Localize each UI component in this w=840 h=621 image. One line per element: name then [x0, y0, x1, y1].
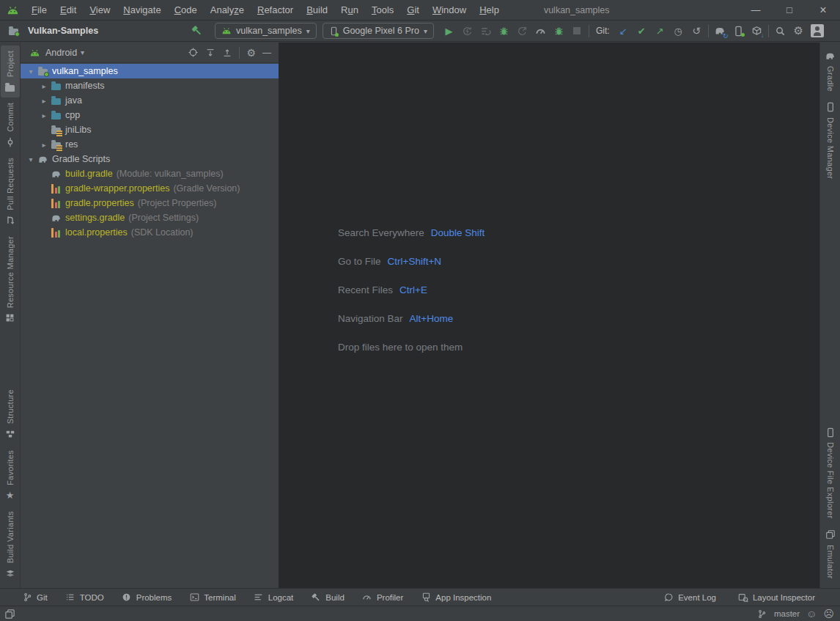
chevron-collapsed-icon[interactable]: ▸ — [38, 97, 50, 105]
tool-window-event-log[interactable]: Event Log — [663, 592, 716, 603]
maximize-button[interactable]: □ — [773, 0, 806, 21]
build-variants-icon — [4, 567, 15, 578]
tool-window-todo[interactable]: TODO — [65, 592, 104, 603]
sidebar-item-pull-requests[interactable]: Pull Requests — [1, 153, 20, 231]
tree-item-gradle-scripts[interactable]: ▾ Gradle Scripts — [21, 152, 279, 166]
build-hammer-icon — [311, 592, 321, 603]
profile-app-icon[interactable] — [516, 25, 528, 37]
tree-item-settings-gradle[interactable]: settings.gradle (Project Settings) — [21, 210, 279, 225]
android-head-icon — [29, 49, 40, 56]
tool-window-problems[interactable]: Problems — [122, 592, 172, 603]
tool-window-build[interactable]: Build — [311, 592, 345, 603]
attach-debugger-icon[interactable] — [553, 25, 565, 37]
editor-area[interactable]: Search EverywhereDouble Shift Go to File… — [279, 43, 819, 588]
menu-help[interactable]: Help — [473, 4, 506, 15]
chevron-collapsed-icon[interactable]: ▸ — [38, 82, 50, 90]
menu-file[interactable]: File — [25, 4, 54, 15]
tool-window-terminal[interactable]: Terminal — [189, 592, 235, 603]
project-view-selector[interactable]: Android — [45, 48, 77, 58]
tool-window-layout-inspector[interactable]: Layout Inspector — [738, 592, 815, 603]
rollback-icon[interactable]: ↺ — [690, 25, 703, 37]
git-branch-name[interactable]: master — [774, 609, 800, 618]
tree-item-local-properties[interactable]: local.properties (SDK Location) — [21, 225, 279, 240]
menu-edit[interactable]: Edit — [54, 4, 83, 15]
feedback-smiley-icon[interactable]: ☺ — [806, 609, 817, 619]
apply-changes-icon[interactable] — [461, 25, 474, 37]
chevron-down-icon: ▾ — [424, 27, 427, 35]
device-manager-icon[interactable] — [732, 25, 745, 37]
git-commit-icon[interactable]: ✔ — [635, 25, 648, 37]
tool-window-app-inspection[interactable]: App Inspection — [421, 592, 491, 603]
gradle-sync-icon[interactable]: ↻ — [714, 25, 726, 37]
android-head-icon — [221, 27, 232, 34]
sidebar-item-device-file-explorer[interactable]: Device File Explorer — [821, 422, 840, 523]
run-configuration-select[interactable]: vulkan_samples ▾ — [215, 23, 317, 39]
chevron-down-icon: ▾ — [306, 27, 310, 35]
chevron-collapsed-icon[interactable]: ▸ — [38, 141, 50, 149]
tree-item-gradle-properties[interactable]: gradle.properties (Project Properties) — [21, 196, 279, 210]
expand-all-icon[interactable] — [205, 48, 215, 58]
sidebar-item-structure[interactable]: Structure — [1, 384, 20, 444]
chevron-down-icon[interactable]: ▾ — [81, 48, 84, 56]
hide-panel-icon[interactable]: — — [262, 48, 271, 58]
tree-item-vulkan-samples[interactable]: ▾ vulkan_samples — [21, 64, 279, 78]
menu-analyze[interactable]: Analyze — [204, 4, 251, 15]
sidebar-item-emulator[interactable]: Emulator — [821, 524, 840, 584]
apply-code-changes-icon[interactable] — [479, 25, 492, 37]
sidebar-item-project[interactable]: Project — [1, 45, 20, 98]
tool-window-git[interactable]: Git — [22, 592, 48, 603]
menu-refactor[interactable]: Refactor — [251, 4, 300, 15]
history-clock-icon[interactable]: ◷ — [672, 25, 685, 37]
sidebar-item-favorites[interactable]: Favorites ★ — [1, 445, 20, 506]
menu-window[interactable]: Window — [426, 4, 473, 15]
stop-button[interactable] — [571, 25, 583, 37]
sidebar-item-build-variants[interactable]: Build Variants — [1, 506, 20, 584]
chevron-expanded-icon[interactable]: ▾ — [25, 67, 37, 76]
search-everywhere-icon[interactable] — [774, 25, 786, 37]
git-update-icon[interactable]: ↙ — [617, 25, 630, 37]
tool-window-switcher-icon[interactable] — [4, 609, 15, 620]
tool-window-logcat[interactable]: Logcat — [254, 592, 294, 603]
profiler-gauge-icon[interactable] — [534, 25, 547, 37]
sidebar-item-resource-manager[interactable]: Resource Manager — [1, 231, 20, 328]
menu-view[interactable]: View — [83, 4, 117, 15]
run-button[interactable]: ▶ — [443, 25, 455, 37]
library-folder-icon — [50, 124, 62, 136]
emulator-icon — [825, 529, 836, 540]
sdk-manager-icon[interactable]: ↓ — [751, 25, 763, 37]
user-avatar[interactable] — [811, 24, 824, 37]
menu-run[interactable]: Run — [334, 4, 365, 15]
menu-navigate[interactable]: Navigate — [117, 4, 167, 15]
tree-item-java[interactable]: ▸ java — [21, 93, 279, 108]
minimize-button[interactable]: — — [739, 0, 773, 21]
tool-window-profiler[interactable]: Profiler — [362, 592, 403, 603]
chevron-collapsed-icon[interactable]: ▸ — [38, 111, 50, 120]
settings-gear-icon[interactable]: ⚙ — [792, 25, 805, 37]
git-push-icon[interactable]: ↗ — [654, 25, 666, 37]
panel-settings-gear-icon[interactable]: ⚙ — [246, 47, 256, 59]
menu-git[interactable]: Git — [400, 4, 426, 15]
build-hammer-icon[interactable] — [191, 25, 203, 37]
debug-button[interactable] — [498, 25, 510, 37]
git-branch-icon — [756, 609, 767, 620]
ide-errors-frowny-icon[interactable]: ☹ — [823, 609, 834, 619]
locate-file-icon[interactable] — [188, 47, 199, 58]
tree-item-jnilibs[interactable]: jniLibs — [21, 122, 279, 137]
collapse-all-icon[interactable] — [222, 48, 232, 58]
sidebar-item-device-manager[interactable]: Device Manager — [821, 97, 840, 184]
menu-code[interactable]: Code — [168, 4, 204, 15]
sidebar-item-gradle[interactable]: Gradle — [821, 45, 840, 97]
bottom-tool-window-bar: Git TODO Problems Terminal Logcat Build … — [0, 588, 840, 606]
tree-item-cpp[interactable]: ▸ cpp — [21, 108, 279, 122]
tree-item-manifests[interactable]: ▸ manifests — [21, 78, 279, 93]
project-folder-icon — [7, 25, 19, 37]
tree-item-res[interactable]: ▸ res — [21, 137, 279, 152]
tree-item-gradle-wrapper-properties[interactable]: gradle-wrapper.properties (Gradle Versio… — [21, 181, 279, 196]
chevron-expanded-icon[interactable]: ▾ — [25, 155, 37, 163]
close-button[interactable]: × — [806, 0, 840, 21]
sidebar-item-commit[interactable]: Commit — [1, 98, 20, 153]
menu-build[interactable]: Build — [300, 4, 334, 15]
menu-tools[interactable]: Tools — [365, 4, 400, 15]
device-select[interactable]: Google Pixel 6 Pro ▾ — [323, 23, 434, 39]
tree-item-build-gradle[interactable]: build.gradle (Module: vulkan_samples) — [21, 166, 279, 181]
